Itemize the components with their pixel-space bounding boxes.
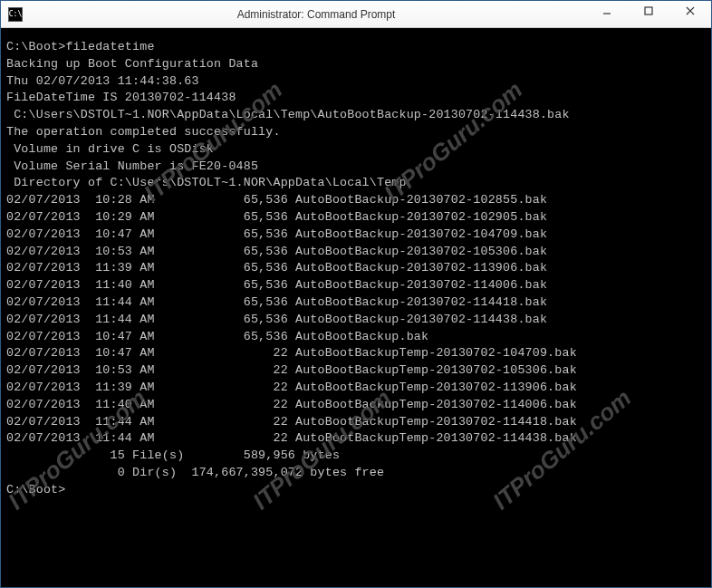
terminal-line: 02/07/2013 11:44 AM 22 AutoBootBackupTem… xyxy=(6,430,706,448)
terminal-line: 02/07/2013 10:47 AM 65,536 AutoBootBacku… xyxy=(6,329,706,346)
terminal-line: 02/07/2013 10:53 AM 22 AutoBootBackupTem… xyxy=(6,362,706,380)
terminal-line: 02/07/2013 10:53 AM 65,536 AutoBootBacku… xyxy=(6,244,706,261)
cmd-window: C:\ Administrator: Command Prompt C:\Boo… xyxy=(0,0,712,588)
terminal-line: 02/07/2013 10:29 AM 65,536 AutoBootBacku… xyxy=(6,209,706,227)
terminal-line: 02/07/2013 11:39 AM 65,536 AutoBootBacku… xyxy=(6,260,706,277)
terminal-line: 02/07/2013 11:39 AM 22 AutoBootBackupTem… xyxy=(6,380,706,397)
terminal-line: 02/07/2013 11:40 AM 22 AutoBootBackupTem… xyxy=(6,397,706,414)
close-button[interactable] xyxy=(669,1,711,21)
app-icon: C:\ xyxy=(8,7,23,22)
terminal-line: Thu 02/07/2013 11:44:38.63 xyxy=(6,73,706,91)
terminal-line: 02/07/2013 11:44 AM 65,536 AutoBootBacku… xyxy=(6,312,706,329)
terminal-line: 02/07/2013 11:44 AM 22 AutoBootBackupTem… xyxy=(6,414,706,431)
terminal-line: C:\Boot>filedatetime xyxy=(6,39,706,56)
terminal-line: 02/07/2013 10:47 AM 22 AutoBootBackupTem… xyxy=(6,345,706,362)
terminal-line: 0 Dir(s) 174,667,395,072 bytes free xyxy=(6,465,706,482)
minimize-button[interactable] xyxy=(586,1,628,21)
terminal-line: 02/07/2013 10:28 AM 65,536 AutoBootBacku… xyxy=(6,192,706,209)
terminal-line: 02/07/2013 11:40 AM 65,536 AutoBootBacku… xyxy=(6,277,706,294)
terminal-line: Directory of C:\Users\DSTOLT~1.NOR\AppDa… xyxy=(6,175,706,192)
maximize-button[interactable] xyxy=(628,1,669,21)
terminal-line: 15 File(s) 589,956 bytes xyxy=(6,448,706,465)
terminal-line: The operation completed successfully. xyxy=(6,124,706,141)
titlebar[interactable]: C:\ Administrator: Command Prompt xyxy=(1,1,711,28)
terminal-line: 02/07/2013 11:44 AM 65,536 AutoBootBacku… xyxy=(6,294,706,312)
terminal-line: Volume Serial Number is FE20-0485 xyxy=(6,159,706,176)
terminal-line: Backing up Boot Configuration Data xyxy=(6,56,706,73)
terminal-line: C:\Boot> xyxy=(6,482,706,499)
svg-rect-1 xyxy=(645,7,652,14)
terminal-line: C:\Users\DSTOLT~1.NOR\AppData\Local\Temp… xyxy=(6,107,706,124)
terminal-output[interactable]: C:\Boot>filedatetimeBacking up Boot Conf… xyxy=(1,28,711,510)
terminal-line: FileDateTime IS 20130702-114438 xyxy=(6,90,706,107)
terminal-line: 02/07/2013 10:47 AM 65,536 AutoBootBacku… xyxy=(6,227,706,244)
terminal-line: Volume in drive C is OSDisk xyxy=(6,141,706,159)
